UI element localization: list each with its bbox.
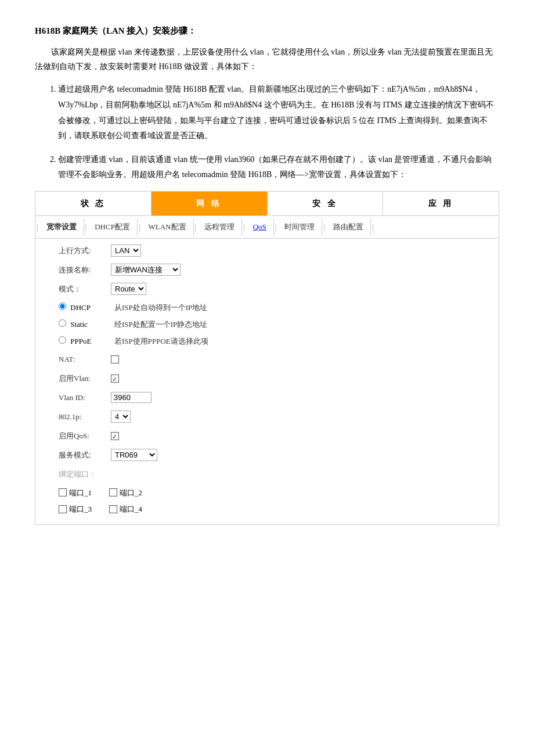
port-1-item: 端口_1 — [59, 486, 92, 499]
nav-app[interactable]: 应 用 — [383, 192, 499, 215]
port2-label: 端口_2 — [120, 486, 142, 499]
port1-checkbox[interactable] — [59, 488, 67, 496]
mode-select[interactable]: Route — [111, 283, 146, 295]
upload-method-row: 上行方式: LAN — [59, 243, 487, 258]
port2-checkbox[interactable] — [109, 488, 117, 496]
bind-port-label: 绑定端口： — [59, 467, 111, 481]
dhcp-desc: 从ISP处自动得到一个IP地址 — [114, 301, 207, 314]
nav-status[interactable]: 状 态 — [35, 192, 151, 215]
connection-name-select[interactable]: 新增WAN连接 — [111, 264, 181, 276]
service-mode-select[interactable]: TR069 — [111, 449, 157, 461]
port4-label: 端口_4 — [120, 502, 142, 516]
subnav-broadband[interactable]: 宽带设置 — [39, 218, 84, 235]
vlan-id-row: Vlan ID: — [59, 390, 487, 405]
subnav-route[interactable]: 路由配置 — [326, 218, 371, 235]
port3-checkbox[interactable] — [59, 505, 67, 513]
enable-qos-checkbox[interactable] — [111, 432, 119, 440]
ports-row-2: 端口_3 端口_4 — [59, 502, 487, 516]
mode-label: 模式： — [59, 282, 111, 296]
vlan-id-input[interactable] — [111, 392, 151, 403]
static-desc: 经ISP处配置一个IP静态地址 — [114, 318, 207, 331]
subnav-time[interactable]: 时间管理 — [277, 218, 322, 235]
subnav-wlan[interactable]: WLAN配置 — [142, 218, 194, 235]
connection-name-label: 连接名称: — [59, 263, 111, 276]
enable-vlan-row: 启用Vlan: — [59, 371, 487, 386]
subnav-dhcp[interactable]: DHCP配置 — [88, 218, 138, 235]
service-mode-row: 服务模式: TR069 — [59, 448, 487, 463]
port3-label: 端口_3 — [69, 502, 92, 516]
step-2: 创建管理通道 vlan，目前该通道 vlan 统一使用 vlan3960（如果已… — [58, 152, 499, 183]
nat-label: NAT: — [59, 352, 111, 366]
port-2-item: 端口_2 — [109, 486, 142, 499]
upload-method-label: 上行方式: — [59, 244, 111, 257]
dhcp-row: DHCP 从ISP处自动得到一个IP地址 — [59, 301, 487, 314]
vlan-id-label: Vlan ID: — [59, 391, 111, 404]
enable-qos-row: 启用QoS: — [59, 429, 487, 444]
dot1p-row: 802.1p: 4 — [59, 409, 487, 424]
pppoe-desc: 若ISP使用PPPOE请选择此项 — [114, 334, 208, 348]
port-3-item: 端口_3 — [59, 502, 92, 516]
port1-label: 端口_1 — [69, 486, 92, 499]
upload-method-select[interactable]: LAN — [111, 244, 141, 257]
nav-security[interactable]: 安 全 — [268, 192, 384, 215]
nat-checkbox[interactable] — [111, 355, 119, 363]
nav-network[interactable]: 网 络 — [151, 192, 268, 215]
service-mode-label: 服务模式: — [59, 448, 111, 462]
dhcp-radio[interactable] — [59, 303, 66, 310]
router-ui: 状 态 网 络 安 全 应 用 | 宽带设置 | DHCP配置 | WLAN配置… — [35, 191, 499, 525]
dot1p-select[interactable]: 4 — [111, 411, 131, 423]
bind-port-label-row: 绑定端口： — [59, 467, 487, 482]
connection-name-row: 连接名称: 新增WAN连接 — [59, 262, 487, 278]
ports-row-1: 端口_1 端口_2 — [59, 486, 487, 499]
mode-row: 模式： Route — [59, 282, 487, 297]
port-4-item: 端口_4 — [109, 502, 142, 516]
intro-text: 该家庭网关是根据 vlan 来传递数据，上层设备使用什么 vlan，它就得使用什… — [35, 45, 499, 74]
step-1: 通过超级用户名 telecomadmin 登陆 H618B 配置 vlan。目前… — [58, 82, 499, 143]
subnav-remote[interactable]: 远程管理 — [197, 218, 242, 235]
top-nav: 状 态 网 络 安 全 应 用 — [35, 192, 499, 216]
pppoe-row: PPPoE 若ISP使用PPPOE请选择此项 — [59, 334, 487, 348]
form-area: 上行方式: LAN 连接名称: 新增WAN连接 模式： Route DHCP — [35, 239, 499, 525]
page-title: H618B 家庭网关（LAN 接入）安装步骤： — [35, 23, 499, 39]
dot1p-label: 802.1p: — [59, 410, 111, 423]
static-radio[interactable] — [59, 319, 66, 327]
static-row: Static 经ISP处配置一个IP静态地址 — [59, 318, 487, 331]
enable-vlan-checkbox[interactable] — [111, 375, 119, 383]
enable-vlan-label: 启用Vlan: — [59, 372, 111, 385]
pppoe-radio[interactable] — [59, 336, 66, 344]
subnav-qos[interactable]: QoS — [246, 218, 274, 235]
nat-row: NAT: — [59, 352, 487, 367]
port4-checkbox[interactable] — [109, 505, 117, 513]
sub-nav: | 宽带设置 | DHCP配置 | WLAN配置 | 远程管理 | QoS | … — [35, 216, 499, 238]
enable-qos-label: 启用QoS: — [59, 429, 111, 442]
